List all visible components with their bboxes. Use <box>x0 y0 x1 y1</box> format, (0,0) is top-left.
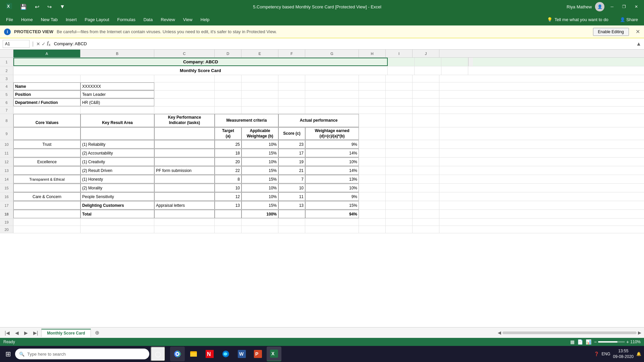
taskbar-powerpoint[interactable]: P <box>251 347 265 361</box>
cell-i13[interactable] <box>386 166 413 175</box>
cell-f4[interactable] <box>278 82 305 90</box>
taskbar-edge[interactable] <box>218 347 233 361</box>
scroll-right-1[interactable] <box>468 58 473 66</box>
cell-c5[interactable] <box>154 90 215 98</box>
banner-close-btn[interactable]: ✕ <box>636 28 640 35</box>
cell-c11[interactable] <box>154 149 215 157</box>
taskbar-netflix[interactable]: N <box>202 347 217 361</box>
restore-btn[interactable]: ❐ <box>620 4 629 10</box>
sheet-nav-first[interactable]: |◀ <box>3 329 12 336</box>
menu-data[interactable]: Data <box>140 16 156 23</box>
cell-h5[interactable] <box>359 90 386 98</box>
cell-i5[interactable] <box>386 90 413 98</box>
cell-h14[interactable] <box>359 175 386 183</box>
cell-h17[interactable] <box>359 201 386 209</box>
cell-j5[interactable] <box>413 90 439 98</box>
cell-f18[interactable] <box>278 210 305 218</box>
cell-a7[interactable] <box>13 107 80 114</box>
cell-d15[interactable]: 10 <box>215 184 241 192</box>
taskbar-chrome[interactable] <box>170 347 185 361</box>
formula-expand-icon[interactable]: ▲ <box>636 41 641 47</box>
cell-j10[interactable] <box>413 140 439 148</box>
cell-b3[interactable] <box>80 75 154 82</box>
sheet-nav-next[interactable]: ▶ <box>22 329 30 336</box>
cell-i6[interactable] <box>386 99 413 106</box>
cell-b11[interactable]: (2) Accountability <box>80 149 154 157</box>
cell-c4[interactable] <box>154 82 215 90</box>
formula-input[interactable] <box>52 41 635 46</box>
cell-i15[interactable] <box>386 184 413 192</box>
taskbar-files[interactable] <box>186 347 201 361</box>
cell-i7[interactable] <box>386 107 413 114</box>
cell-i10[interactable] <box>386 140 413 148</box>
cell-a5[interactable]: Position <box>13 90 80 98</box>
cell-j2[interactable] <box>441 66 468 75</box>
notification-icon[interactable]: 🔔 <box>636 352 641 356</box>
cell-i11[interactable] <box>386 149 413 157</box>
col-header-b[interactable]: B <box>80 50 154 57</box>
menu-view[interactable]: View <box>180 16 196 23</box>
cell-b18[interactable]: Total <box>80 210 154 218</box>
zoom-slider[interactable] <box>598 341 625 343</box>
cell-d20[interactable] <box>215 226 241 233</box>
cell-c12[interactable] <box>154 158 215 166</box>
cell-c20[interactable] <box>154 226 215 233</box>
cell-g14[interactable]: 13% <box>305 175 359 183</box>
scroll-nav-right[interactable]: ▶ <box>638 330 641 335</box>
cell-d12[interactable]: 20 <box>215 158 241 166</box>
cell-g18[interactable]: 94% <box>305 210 359 218</box>
cell-e19[interactable] <box>241 219 278 226</box>
cell-d14[interactable]: 8 <box>215 175 241 183</box>
cell-i9[interactable] <box>386 127 413 140</box>
cell-g12[interactable]: 10% <box>305 158 359 166</box>
cell-h20[interactable] <box>359 226 386 233</box>
start-button[interactable]: ⊞ <box>3 349 14 359</box>
col-header-g[interactable]: G <box>305 50 359 57</box>
page-layout-view-btn[interactable]: 📄 <box>577 339 583 345</box>
cell-j20[interactable] <box>413 226 439 233</box>
cell-a15[interactable] <box>13 184 80 192</box>
cell-g7[interactable] <box>305 107 359 114</box>
cell-h7[interactable] <box>359 107 386 114</box>
close-btn[interactable]: ✕ <box>632 4 641 10</box>
cell-e12[interactable]: 10% <box>241 158 278 166</box>
cell-e11[interactable]: 15% <box>241 149 278 157</box>
cell-b14[interactable]: (1) Honesty <box>80 175 154 183</box>
cell-j3[interactable] <box>413 75 439 82</box>
cell-d5[interactable] <box>215 90 241 98</box>
cell-c7[interactable] <box>154 107 215 114</box>
menu-newtab[interactable]: New Tab <box>38 16 61 23</box>
cell-d10[interactable]: 25 <box>215 140 241 148</box>
cell-c10[interactable] <box>154 140 215 148</box>
tell-me-text[interactable]: Tell me what you want to do <box>554 17 608 22</box>
cell-j1[interactable] <box>441 58 468 66</box>
cell-h12[interactable] <box>359 158 386 166</box>
cell-a19[interactable] <box>13 219 80 226</box>
cell-j16[interactable] <box>413 192 439 201</box>
taskbar-word[interactable]: W <box>234 347 249 361</box>
share-btn[interactable]: 👤 Share <box>616 16 641 23</box>
cell-a20[interactable] <box>13 226 80 233</box>
cell-a3[interactable] <box>13 75 80 82</box>
cell-g17[interactable]: 15% <box>305 201 359 209</box>
cell-a13[interactable] <box>13 166 80 175</box>
zoom-out-btn[interactable]: − <box>594 339 597 345</box>
cell-g19[interactable] <box>305 219 359 226</box>
cell-e4[interactable] <box>241 82 278 90</box>
col-header-j[interactable]: J <box>413 50 439 57</box>
cell-b17[interactable]: Delighting Customers <box>80 201 154 209</box>
cell-d7[interactable] <box>215 107 241 114</box>
cell-a18[interactable] <box>13 210 80 218</box>
redo-btn[interactable]: ↪ <box>45 3 54 11</box>
cell-h3[interactable] <box>359 75 386 82</box>
cell-a2[interactable]: Monthly Score Card <box>13 66 388 75</box>
quick-access-btn[interactable]: ▼ <box>57 3 68 10</box>
cell-i17[interactable] <box>386 201 413 209</box>
cell-e18[interactable]: 100% <box>241 210 278 218</box>
taskbar-excel-active[interactable]: X <box>267 347 281 361</box>
cell-d13[interactable]: 22 <box>215 166 241 175</box>
cell-e10[interactable]: 10% <box>241 140 278 148</box>
save-btn[interactable]: 💾 <box>17 3 30 11</box>
col-header-i[interactable]: I <box>386 50 413 57</box>
scroll-nav-left[interactable]: ◀ <box>498 330 501 335</box>
